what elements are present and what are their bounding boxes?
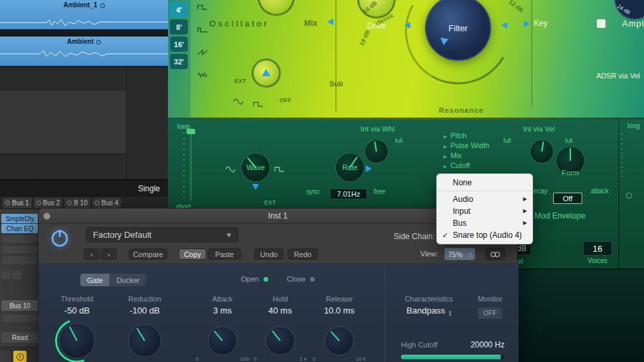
right-long-label: long bbox=[627, 122, 640, 130]
preset-name: Factory Default bbox=[93, 230, 226, 240]
key-slider-handle-icon[interactable] bbox=[524, 21, 530, 27]
threshold-value[interactable]: -50 dB bbox=[44, 306, 110, 316]
audio-region-ambient[interactable]: Ambient bbox=[0, 37, 168, 68]
characteristics-column: Characteristics Bandpass▴▾ bbox=[392, 295, 465, 316]
square-wave-icon[interactable] bbox=[197, 4, 208, 11]
loop-icon bbox=[96, 40, 101, 45]
hold-knob[interactable] bbox=[266, 326, 295, 355]
sub-label: Sub bbox=[329, 80, 343, 88]
menu-item-none[interactable]: None bbox=[437, 177, 532, 189]
hold-label: Hold bbox=[247, 295, 313, 303]
send-slot[interactable] bbox=[1, 271, 11, 279]
adsr-via-vel-label: ADSR via Vel bbox=[596, 72, 640, 80]
key-slider-track[interactable] bbox=[531, 0, 532, 106]
voices-display[interactable]: 16 bbox=[583, 241, 612, 256]
preset-dropdown[interactable]: Factory Default ▾ bbox=[86, 227, 238, 242]
output-bus10-button[interactable]: Bus 10 bbox=[1, 300, 39, 311]
insert-slot-empty[interactable] bbox=[1, 256, 39, 265]
octave-8-button[interactable]: 8' bbox=[170, 19, 188, 35]
osc-shape-knob[interactable] bbox=[258, 0, 295, 16]
insert-slot-empty[interactable] bbox=[1, 245, 39, 254]
pulse-wave-icon[interactable] bbox=[197, 27, 208, 33]
power-icon[interactable] bbox=[49, 227, 70, 248]
octave-16-button[interactable]: 16' bbox=[170, 37, 188, 52]
mix-slider-handle-icon[interactable] bbox=[327, 19, 333, 25]
env-slider-track[interactable] bbox=[190, 128, 192, 201]
insert-slot-chaneq[interactable]: Chan EQ bbox=[1, 224, 39, 233]
ext-knob[interactable] bbox=[252, 58, 281, 88]
synth-oscillator-filter-section: 4' 8' 16' 32' Oscillator Mix Sub Drive bbox=[168, 0, 644, 120]
attack-label: attack bbox=[591, 187, 609, 195]
octave-32-button[interactable]: 32' bbox=[170, 54, 188, 69]
release-value[interactable]: 10.0 ms bbox=[306, 306, 372, 316]
release-knob[interactable] bbox=[325, 326, 354, 355]
mod-target-list: ▶Pitch ▶Pulse Width ▶Mix ▶Cutoff bbox=[443, 129, 489, 169]
automation-read-button[interactable]: Read bbox=[1, 332, 39, 343]
reduction-value[interactable]: -100 dB bbox=[112, 306, 178, 316]
copy-button[interactable]: Copy bbox=[179, 248, 206, 260]
octave-4-button[interactable]: 4' bbox=[170, 2, 188, 17]
mod-target-pitch[interactable]: ▶Pitch bbox=[443, 129, 489, 139]
next-preset-button[interactable]: › bbox=[101, 248, 117, 260]
filter-mark-18db[interactable]: 18 dB bbox=[359, 29, 371, 46]
filter-left-handle-icon[interactable] bbox=[404, 22, 410, 29]
noise-wave-icon[interactable] bbox=[197, 72, 208, 78]
bus-2-button[interactable]: Bus 2 bbox=[34, 198, 63, 208]
screen: 4' 8' 16' 32' Oscillator Mix Sub Drive bbox=[0, 0, 644, 362]
menu-item-input[interactable]: Input▶ bbox=[437, 205, 532, 217]
ducker-tab[interactable]: Ducker bbox=[110, 274, 146, 286]
attack-knob[interactable] bbox=[208, 326, 237, 355]
filter-right-handle-icon[interactable] bbox=[501, 22, 507, 29]
hold-value[interactable]: 40 ms bbox=[247, 306, 313, 316]
mix-slider-track[interactable] bbox=[335, 0, 337, 112]
reduction-knob[interactable] bbox=[128, 324, 161, 357]
env-slider-handle[interactable] bbox=[187, 129, 195, 134]
mod-target-pulse-width[interactable]: ▶Pulse Width bbox=[443, 139, 489, 149]
view-zoom-stepper[interactable]: 75% ▴▾ bbox=[444, 248, 475, 260]
attack-value[interactable]: 3 ms bbox=[189, 306, 256, 316]
saw-wave-icon[interactable] bbox=[197, 49, 208, 56]
rate-value-display[interactable]: 7.01Hz bbox=[330, 189, 367, 199]
footer-square[interactable] bbox=[0, 351, 11, 362]
mod-off-button[interactable]: Off bbox=[553, 193, 582, 204]
high-cutoff-slider[interactable] bbox=[401, 355, 505, 359]
insert-slot-smpledly[interactable]: SmpleDly bbox=[1, 214, 39, 223]
b-10-button[interactable]: B 10 bbox=[64, 198, 90, 208]
filter-mark-12db[interactable]: 12 dB bbox=[508, 0, 524, 13]
int-via-whl-knob[interactable] bbox=[364, 139, 388, 163]
link-button[interactable] bbox=[485, 248, 505, 260]
threshold-knob[interactable] bbox=[59, 323, 95, 359]
int-via-vel-knob[interactable] bbox=[530, 139, 554, 163]
menu-item-bus[interactable]: Bus▶ bbox=[437, 217, 532, 229]
high-cutoff-row: High Cutoff 20000 Hz bbox=[401, 340, 505, 349]
mod-target-mix[interactable]: ▶Mix bbox=[443, 149, 489, 159]
track-gap bbox=[0, 31, 168, 37]
close-button[interactable] bbox=[43, 213, 50, 220]
redo-button[interactable]: Redo bbox=[287, 248, 318, 260]
prev-preset-button[interactable]: ‹ bbox=[84, 248, 100, 260]
q-icon[interactable] bbox=[596, 19, 606, 29]
gate-tab[interactable]: Gate bbox=[80, 274, 110, 286]
compare-button[interactable]: Compare bbox=[129, 248, 167, 260]
mod-target-cutoff[interactable]: ▶Cutoff bbox=[443, 159, 489, 169]
insert-slot-empty[interactable] bbox=[1, 234, 39, 244]
paste-button[interactable]: Paste bbox=[208, 248, 241, 260]
menu-item-audio[interactable]: Audio▶ bbox=[437, 193, 532, 205]
high-cutoff-value[interactable]: 20000 Hz bbox=[471, 340, 505, 349]
send-slot[interactable] bbox=[12, 271, 21, 279]
warning-button[interactable]: ! bbox=[13, 351, 27, 362]
undo-button[interactable]: Undo bbox=[254, 248, 283, 260]
menu-item-snare-top[interactable]: ✓Snare top (Audio 4) bbox=[437, 229, 532, 241]
group-slot[interactable] bbox=[1, 314, 39, 323]
empty-lane-area bbox=[0, 68, 168, 179]
single-view-button[interactable]: Single bbox=[0, 179, 168, 197]
audio-region-ambient1[interactable]: Ambient_1 bbox=[0, 0, 168, 31]
submenu-arrow-icon: ▶ bbox=[523, 193, 527, 205]
monitor-off-button[interactable]: OFF bbox=[478, 308, 502, 319]
bus-1-button[interactable]: Bus 1 bbox=[3, 198, 32, 208]
lfo-pulse-icon bbox=[274, 166, 285, 173]
env-slider-ticks bbox=[183, 128, 185, 201]
characteristics-selector[interactable]: Bandpass▴▾ bbox=[392, 306, 465, 316]
bus-4-button[interactable]: Bus 4 bbox=[92, 198, 121, 208]
exclamation-icon: ! bbox=[17, 353, 24, 361]
